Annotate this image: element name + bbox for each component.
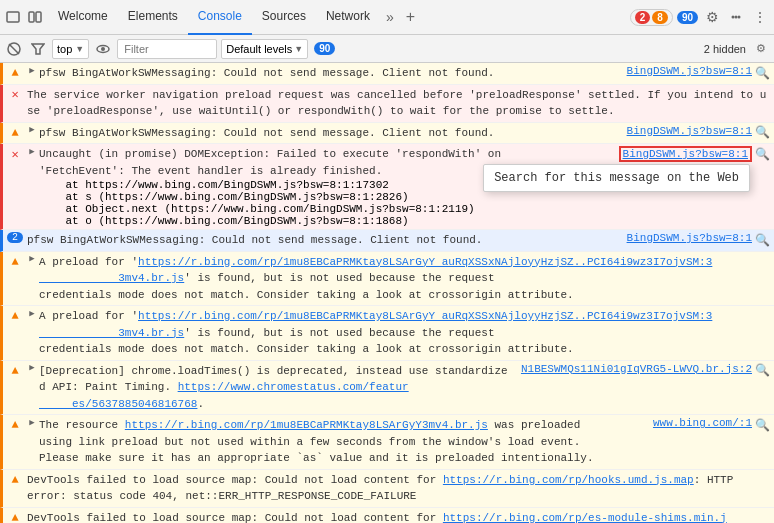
search-web-icon-8[interactable]: 🔍	[754, 363, 770, 379]
row-source-1[interactable]: BingDSWM.js?bsw=8:1	[619, 65, 752, 77]
row-text-8: [Deprecation] chrome.loadTimes() is depr…	[39, 363, 513, 413]
tab-sources[interactable]: Sources	[252, 0, 316, 35]
expand-arrow-9[interactable]: ▶	[27, 417, 37, 427]
warning-icon-1: ▲	[7, 65, 23, 81]
warning-icon-11: ▲	[7, 510, 23, 524]
more-options-icon[interactable]: ⋮	[750, 7, 770, 27]
console-toolbar: top ▼ Default levels ▼ 90 2 hidden ⚙	[0, 35, 774, 63]
expand-arrow-8[interactable]: ▶	[27, 363, 37, 373]
svg-marker-8	[32, 44, 44, 54]
svg-point-3	[732, 16, 735, 19]
info-badge: 90	[677, 11, 698, 24]
search-tooltip: Search for this message on the Web	[483, 164, 750, 192]
chevron-down-icon: ▼	[75, 44, 84, 54]
svg-line-7	[9, 44, 19, 54]
row-text-1: pfsw BingAtWorkSWMessaging: Could not se…	[39, 65, 619, 82]
error-icon-2: ✕	[7, 87, 23, 103]
devtools-link-10[interactable]: https://r.bing.com/rp/hooks.umd.js.map	[443, 474, 694, 486]
row-text-11: DevTools failed to load source map: Coul…	[27, 510, 770, 524]
console-content: ▲ ▶ pfsw BingAtWorkSWMessaging: Could no…	[0, 63, 774, 523]
row-source-3[interactable]: BingDSWM.js?bsw=8:1	[619, 125, 752, 137]
search-web-icon-9[interactable]: 🔍	[754, 417, 770, 433]
context-value: top	[57, 43, 72, 55]
warning-icon-7: ▲	[7, 308, 23, 324]
settings-icon[interactable]: ⚙	[702, 7, 722, 27]
console-row-3: ▲ ▶ pfsw BingAtWorkSWMessaging: Could no…	[0, 123, 774, 145]
row-text-5: pfsw BingAtWorkSWMessaging: Could not se…	[27, 232, 619, 249]
search-web-icon-4[interactable]: 🔍	[754, 146, 770, 162]
row-text-6: A preload for 'https://r.bing.com/rp/1mu…	[39, 254, 770, 304]
devtools-link-11[interactable]: https://r.bing.com/rp/es-module-shims.mi…	[27, 512, 727, 524]
stack-link-2[interactable]: https://www.bing.com/BingDSWM.js?bsw=8:1…	[105, 191, 402, 203]
clear-console-button[interactable]	[4, 39, 24, 59]
console-settings-icon[interactable]: ⚙	[752, 40, 770, 58]
console-row-10: ▲ DevTools failed to load source map: Co…	[0, 470, 774, 508]
preload-link-7a[interactable]: https://r.bing.com/rp/1mu8EBCaPRMKtay8LS…	[39, 310, 712, 339]
tab-network[interactable]: Network	[316, 0, 380, 35]
svg-point-4	[735, 16, 738, 19]
svg-point-10	[101, 47, 105, 51]
search-web-icon-3[interactable]: 🔍	[754, 125, 770, 141]
row-text-9: The resource https://r.bing.com/rp/1mu8E…	[39, 417, 645, 467]
tabs-right-actions: 2 8 90 ⚙ ⋮	[630, 7, 770, 27]
expand-arrow-1[interactable]: ▶	[27, 65, 37, 75]
row-text-7: A preload for 'https://r.bing.com/rp/1mu…	[39, 308, 770, 358]
console-row-4: ✕ ▶ Uncaught (in promise) DOMException: …	[0, 144, 774, 230]
search-web-icon-1[interactable]: 🔍	[754, 65, 770, 81]
tab-elements[interactable]: Elements	[118, 0, 188, 35]
row-source-4[interactable]: BingDSWM.js?bsw=8:1	[619, 146, 752, 162]
row-text-3: pfsw BingAtWorkSWMessaging: Could not se…	[39, 125, 619, 142]
levels-dropdown[interactable]: Default levels ▼	[221, 39, 308, 59]
preload-link-6a[interactable]: https://r.bing.com/rp/1mu8EBCaPRMKtay8LS…	[39, 256, 712, 285]
row-text-10: DevTools failed to load source map: Coul…	[27, 472, 770, 505]
filter-input[interactable]	[117, 39, 217, 59]
search-web-icon-5[interactable]: 🔍	[754, 232, 770, 248]
console-row-5: 2 pfsw BingAtWorkSWMessaging: Could not …	[0, 230, 774, 252]
warning-icon-8: ▲	[7, 363, 23, 379]
expand-arrow-4[interactable]: ▶	[27, 146, 37, 156]
panel-icon[interactable]	[26, 8, 44, 26]
error-icon-4: ✕	[7, 146, 23, 162]
console-row-11: ▲ DevTools failed to load source map: Co…	[0, 508, 774, 524]
devtools-tab-bar: Welcome Elements Console Sources Network…	[0, 0, 774, 35]
console-row-6: ▲ ▶ A preload for 'https://r.bing.com/rp…	[0, 252, 774, 307]
svg-rect-0	[7, 12, 19, 22]
resource-link-9[interactable]: https://r.bing.com/rp/1mu8EBCaPRMKtay8LS…	[125, 419, 488, 431]
error-warning-badge: 2 8	[630, 9, 673, 26]
svg-rect-2	[36, 12, 41, 22]
stack-link-4[interactable]: https://www.bing.com/BingDSWM.js?bsw=8:1…	[105, 215, 402, 227]
eye-icon[interactable]	[93, 39, 113, 59]
deprecation-link-8[interactable]: https://www.chromestatus.com/featur es/5…	[39, 381, 409, 410]
warning-icon-6: ▲	[7, 254, 23, 270]
back-icon[interactable]	[4, 8, 22, 26]
customize-icon[interactable]	[726, 7, 746, 27]
error-badge: 2	[635, 11, 651, 24]
filter-toggle-button[interactable]	[28, 39, 48, 59]
console-row-1: ▲ ▶ pfsw BingAtWorkSWMessaging: Could no…	[0, 63, 774, 85]
levels-chevron: ▼	[294, 44, 303, 54]
context-selector[interactable]: top ▼	[52, 39, 89, 59]
stack-link-1[interactable]: https://www.bing.com/BingDSWM.js?bsw=8:1…	[85, 179, 389, 191]
svg-point-5	[738, 16, 741, 19]
expand-arrow-7[interactable]: ▶	[27, 308, 37, 318]
warning-icon-10: ▲	[7, 472, 23, 488]
expand-arrow-6[interactable]: ▶	[27, 254, 37, 264]
tab-welcome[interactable]: Welcome	[48, 0, 118, 35]
stack-link-3[interactable]: https://www.bing.com/BingDSWM.js?bsw=8:1…	[171, 203, 468, 215]
levels-label: Default levels	[226, 43, 292, 55]
console-row-9: ▲ ▶ The resource https://r.bing.com/rp/1…	[0, 415, 774, 470]
expand-arrow-3[interactable]: ▶	[27, 125, 37, 135]
tab-console[interactable]: Console	[188, 0, 252, 35]
console-badge: 90	[314, 42, 335, 55]
add-tab-button[interactable]: +	[400, 8, 421, 26]
row-source-8[interactable]: N1BESWMQs11Ni01gIqVRG5-LWVQ.br.js:2	[513, 363, 752, 375]
console-row-7: ▲ ▶ A preload for 'https://r.bing.com/rp…	[0, 306, 774, 361]
console-row-8: ▲ ▶ [Deprecation] chrome.loadTimes() is …	[0, 361, 774, 416]
warning-badge: 8	[652, 11, 668, 24]
more-tabs-button[interactable]: »	[380, 9, 400, 25]
row-text-2: The service worker navigation preload re…	[27, 87, 770, 120]
warning-icon-9: ▲	[7, 417, 23, 433]
row-source-9[interactable]: www.bing.com/:1	[645, 417, 752, 429]
row-source-5[interactable]: BingDSWM.js?bsw=8:1	[619, 232, 752, 244]
svg-rect-1	[29, 12, 34, 22]
